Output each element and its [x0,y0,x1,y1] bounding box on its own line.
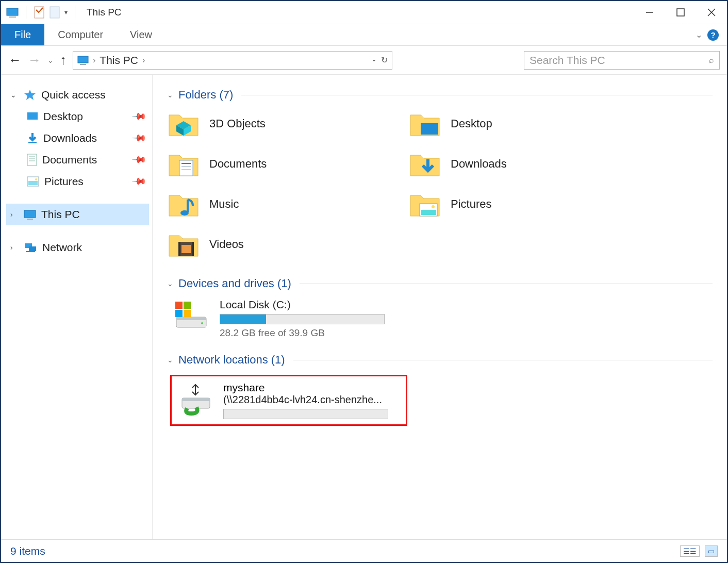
svg-rect-18 [28,181,38,185]
tree-label: Documents [42,154,97,166]
svg-rect-11 [27,112,38,120]
tree-this-pc[interactable]: › This PC [6,204,149,225]
tree-quick-access[interactable]: ⌄ Quick access [6,84,149,106]
tree-documents[interactable]: Documents 📌 [6,149,149,171]
pin-icon: 📌 [131,152,147,168]
folder-pictures[interactable]: Pictures [408,190,635,218]
chevron-down-icon: ⌄ [167,279,173,288]
folder-label: 3D Objects [209,117,266,130]
folder-icon [408,150,441,178]
svg-rect-39 [192,242,194,256]
app-icon [6,7,19,18]
folder-3d-objects[interactable]: 3D Objects [167,110,394,138]
chevron-down-icon: ⌄ [167,91,173,99]
ribbon-tab-computer[interactable]: Computer [44,24,117,45]
qat-customize-icon[interactable]: ▾ [64,9,68,16]
up-button[interactable]: ↑ [60,52,67,68]
search-input[interactable] [530,54,709,67]
network-drive-icon [177,382,214,419]
minimize-button[interactable] [634,1,665,24]
download-icon [27,133,38,144]
folder-label: Pictures [451,197,491,211]
status-bar: 9 items ☰☰ ▭ [1,539,727,562]
svg-rect-35 [421,210,436,215]
tree-network[interactable]: › Network [6,237,149,258]
folder-label: Downloads [451,157,507,171]
folder-label: Music [209,197,239,211]
folder-icon [167,150,200,178]
tree-label: Downloads [43,132,97,144]
navigation-tree: ⌄ Quick access Desktop 📌 Downloads 📌 Doc… [1,75,153,539]
svg-rect-45 [184,302,191,309]
svg-rect-47 [184,310,191,317]
qat-newfolder-icon[interactable] [49,6,60,19]
svg-rect-21 [27,219,33,220]
recent-locations-button[interactable]: ⌄ [47,56,54,64]
search-box[interactable]: ⌕ [524,51,720,70]
drive-label: Local Disk (C:) [220,299,385,311]
breadcrumb[interactable]: This PC [100,54,138,67]
chevron-right-icon: › [142,56,145,65]
title-bar: ▾ This PC [1,1,727,24]
tree-label: Desktop [43,110,83,123]
tree-label: Pictures [44,175,84,188]
address-dropdown-icon[interactable]: ⌄ [371,55,377,65]
section-title: Devices and drives (1) [178,277,291,290]
folder-music[interactable]: Music [167,190,394,218]
ribbon-expand-icon[interactable]: ⌄ [696,30,702,40]
drive-capacity-bar [220,314,385,324]
svg-rect-13 [27,154,37,165]
svg-rect-40 [181,245,191,253]
ribbon-file-tab[interactable]: File [1,24,44,45]
chevron-down-icon: ⌄ [10,91,19,99]
search-icon[interactable]: ⌕ [709,56,714,65]
help-icon[interactable]: ? [707,29,719,41]
ribbon: File Computer View ⌄ ? [1,24,727,46]
nav-bar: ← → ⌄ ↑ › This PC › ⌄ ↻ ⌕ [1,46,727,75]
folder-label: Documents [209,157,267,171]
folder-videos[interactable]: Videos [167,230,394,258]
tree-downloads[interactable]: Downloads 📌 [6,127,149,149]
folder-downloads[interactable]: Downloads [408,150,635,178]
star-icon [24,89,36,101]
drive-local-c[interactable]: Local Disk (C:) 28.2 GB free of 39.9 GB [172,299,713,339]
chevron-right-icon: › [10,210,19,219]
section-title: Network locations (1) [178,353,285,367]
share-name: myshare [223,382,388,394]
folder-label: Videos [209,238,244,251]
svg-rect-9 [80,64,86,65]
svg-rect-5 [677,9,684,16]
folder-documents[interactable]: Documents [167,150,394,178]
tree-desktop[interactable]: Desktop 📌 [6,106,149,127]
tree-pictures[interactable]: Pictures 📌 [6,171,149,192]
details-view-button[interactable]: ☰☰ [680,545,700,557]
address-bar[interactable]: › This PC › ⌄ ↻ [73,51,392,70]
folder-icon [408,110,441,138]
section-drives-header[interactable]: ⌄ Devices and drives (1) [167,277,713,290]
section-folders-header[interactable]: ⌄ Folders (7) [167,88,713,102]
large-icons-view-button[interactable]: ▭ [705,545,718,557]
chevron-down-icon: ⌄ [167,356,173,364]
qat-properties-icon[interactable] [34,6,45,19]
svg-point-19 [35,178,37,180]
svg-rect-49 [182,398,210,401]
folder-desktop[interactable]: Desktop [408,110,635,138]
close-button[interactable] [696,1,727,24]
window-title: This PC [87,7,122,18]
svg-point-43 [201,322,203,324]
svg-rect-38 [178,242,180,256]
section-title: Folders (7) [178,88,233,102]
refresh-button[interactable]: ↻ [381,55,388,65]
svg-rect-1 [9,16,16,18]
pin-icon: 📌 [131,108,147,124]
network-share-highlighted[interactable]: myshare (\\2281d4bb4c-lvh24.cn-shenzhe..… [170,375,407,426]
forward-button[interactable]: → [28,52,41,68]
ribbon-tab-view[interactable]: View [117,24,166,45]
document-icon [27,154,37,166]
chevron-right-icon: › [10,243,19,252]
section-network-header[interactable]: ⌄ Network locations (1) [167,353,713,367]
svg-point-36 [432,205,435,208]
maximize-button[interactable] [665,1,696,24]
svg-rect-42 [176,317,206,320]
back-button[interactable]: ← [8,52,22,68]
